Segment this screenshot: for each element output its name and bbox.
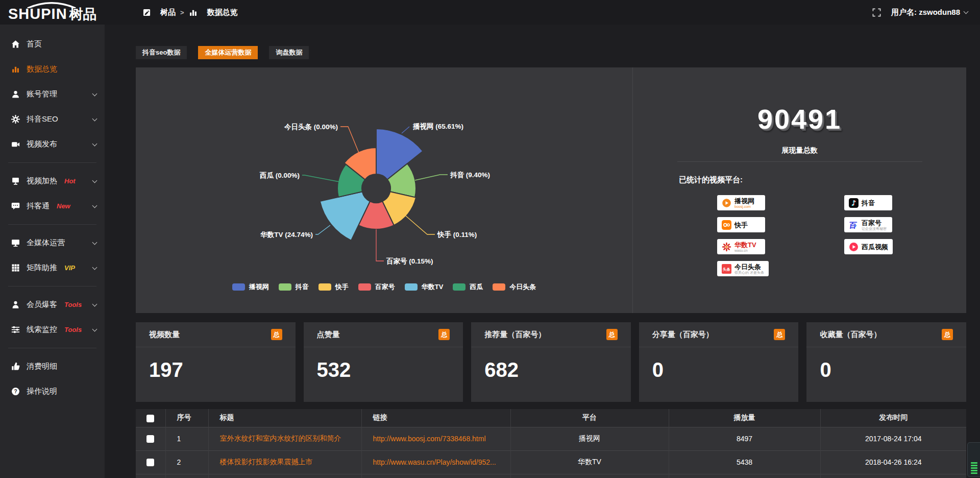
thumb-icon — [11, 362, 20, 371]
select-all-checkbox[interactable] — [146, 415, 154, 422]
cell-platform: 播视网 — [510, 427, 669, 450]
sidebar-item-抖客通[interactable]: 抖客通New — [0, 194, 105, 219]
row-checkbox[interactable] — [146, 459, 154, 466]
fullscreen-icon[interactable] — [872, 8, 881, 17]
legend-swatch — [493, 283, 505, 291]
pie-label: 百家号 (0.15%) — [386, 257, 433, 265]
cell-platform — [510, 474, 669, 478]
chevron-down-icon — [92, 301, 97, 306]
tab-抖音seo数据[interactable]: 抖音seo数据 — [136, 46, 187, 59]
app-logo[interactable]: SHUPIN 树品 — [0, 3, 128, 21]
cell-index: 2 — [165, 450, 208, 474]
sidebar-item-label: 首页 — [27, 39, 42, 49]
total-badge[interactable]: 总 — [774, 329, 785, 340]
total-badge[interactable]: 总 — [606, 329, 618, 340]
chevron-down-icon — [92, 326, 97, 331]
cell-time — [820, 474, 966, 478]
screen-icon — [11, 177, 20, 186]
platform-badge-今日头条: 头条今日头条你关心的 才是头条 — [717, 261, 769, 276]
sidebar-item-账号管理[interactable]: 账号管理 — [0, 82, 105, 107]
legend-item-播视网[interactable]: 播视网 — [232, 282, 269, 292]
sidebar-item-消费明细[interactable]: 消费明细 — [0, 354, 105, 379]
breadcrumb-item[interactable]: 数据总览 — [189, 8, 238, 17]
sidebar-item-全媒体运营[interactable]: 全媒体运营 — [0, 230, 105, 255]
cell-link: http://www.wasu.cn/Play/show/id/952... — [361, 450, 510, 474]
platform-badge-百家号: 百百家号让企业没有秘密 — [844, 217, 892, 232]
sidebar-item-矩阵助推[interactable]: 矩阵助推VIP — [0, 255, 105, 280]
impressions-panel: 90491 展现量总数 已统计的视频平台: 播视网boosj.com快手华数TV… — [633, 67, 966, 313]
cell-time: 2018-04-26 16:24 — [820, 450, 966, 474]
user-menu[interactable]: 用户名: zswodun88 — [891, 8, 968, 17]
grid-icon — [11, 264, 20, 273]
pie-label: 快手 (0.11%) — [437, 230, 477, 238]
platform-badge-text: 华数TVwasu.cn — [734, 242, 756, 252]
total-badge[interactable]: 总 — [438, 329, 450, 340]
total-badge[interactable]: 总 — [271, 329, 282, 340]
column-header-标题: 标题 — [208, 409, 361, 427]
tab-全媒体运营数据[interactable]: 全媒体运营数据 — [198, 46, 258, 59]
wasu-logo-icon — [722, 242, 731, 252]
pie-label: 抖音 (9.40%) — [450, 171, 490, 179]
tab-询盘数据[interactable]: 询盘数据 — [269, 46, 309, 59]
toutiao-logo-icon: 头条 — [722, 264, 731, 274]
total-badge[interactable]: 总 — [942, 329, 953, 340]
legend-item-百家号[interactable]: 百家号 — [358, 282, 395, 292]
sidebar-item-抖音SEO[interactable]: 抖音SEO — [0, 107, 105, 132]
question-icon: ? — [11, 387, 20, 396]
pie-label-line — [302, 175, 339, 182]
platform-badge-华数TV: 华数TVwasu.cn — [717, 239, 765, 254]
row-checkbox[interactable] — [146, 435, 154, 443]
sidebar-item-线索监控[interactable]: 线索监控Tools — [0, 317, 105, 342]
pie-label-line — [376, 229, 384, 261]
stat-card-value: 532 — [304, 347, 463, 381]
header-checkbox-cell — [136, 409, 165, 427]
sidebar-item-数据总览[interactable]: 数据总览 — [0, 57, 105, 82]
chevron-down-icon — [92, 203, 97, 208]
sidebar-item-label: 消费明细 — [27, 362, 57, 371]
platform-sub: 你关心的 才是头条 — [734, 271, 764, 274]
legend-item-快手[interactable]: 快手 — [318, 282, 349, 292]
cell-platform: 华数TV — [510, 450, 669, 474]
sidebar-item-会员爆客[interactable]: 会员爆客Tools — [0, 292, 105, 317]
pie-slice-华数TV[interactable] — [320, 192, 370, 241]
video-icon — [11, 140, 20, 149]
sidebar-item-tag: New — [57, 202, 70, 210]
float-widget[interactable] — [967, 442, 980, 477]
main-content: 抖音seo数据全媒体运营数据询盘数据 播视网 (65.61%)抖音 (9.40%… — [105, 25, 980, 478]
sidebar-item-视频加热[interactable]: 视频加热Hot — [0, 169, 105, 194]
legend-label: 华数TV — [422, 282, 444, 292]
baijiahao-logo-icon: 百 — [849, 220, 859, 230]
sidebar-item-操作说明[interactable]: ?操作说明 — [0, 379, 105, 404]
cell-title: 室外水纹灯和室内水纹灯的区别和简介 — [208, 427, 361, 450]
breadcrumb-separator: > — [180, 9, 184, 16]
legend-item-华数TV[interactable]: 华数TV — [405, 282, 444, 292]
pie-label: 今日头条 (0.00%) — [284, 123, 338, 131]
stat-card-label: 视频数量 — [149, 330, 180, 340]
stat-card-label: 推荐量（百家号） — [484, 330, 546, 340]
dashboard-icon — [142, 8, 151, 17]
chevron-down-icon — [92, 116, 97, 121]
legend-label: 今日头条 — [509, 282, 536, 292]
pie-label-line — [415, 175, 448, 180]
xigua-logo-icon — [849, 242, 859, 252]
gear-icon — [11, 115, 20, 124]
sidebar-item-tag: Hot — [64, 177, 76, 185]
platform-column: 播视网boosj.com快手华数TVwasu.cn头条今日头条你关心的 才是头条 — [717, 195, 769, 276]
video-title-link[interactable]: 楼体投影灯投影效果震撼上市 — [220, 458, 313, 466]
breadcrumb-item[interactable]: 树品 — [142, 8, 176, 17]
platforms-section: 已统计的视频平台: 播视网boosj.com快手华数TVwasu.cn头条今日头… — [633, 175, 966, 276]
stat-card-label: 分享量（百家号） — [652, 330, 714, 340]
sidebar-divider — [8, 286, 96, 286]
legend-item-西瓜[interactable]: 西瓜 — [453, 282, 483, 292]
legend-item-抖音[interactable]: 抖音 — [279, 282, 309, 292]
stat-card-推荐量（百家号）: 推荐量（百家号）总682 — [471, 322, 631, 402]
sidebar-item-视频发布[interactable]: 视频发布 — [0, 132, 105, 157]
video-url-link[interactable]: http://www.wasu.cn/Play/show/id/952... — [373, 458, 496, 466]
platform-badge-播视网: 播视网boosj.com — [717, 195, 765, 210]
video-url-link[interactable]: http://www.boosj.com/7338468.html — [373, 435, 486, 443]
video-title-link[interactable]: 室外水纹灯和室内水纹灯的区别和简介 — [220, 434, 341, 442]
platform-name: 今日头条 — [734, 264, 764, 270]
legend-item-今日头条[interactable]: 今日头条 — [493, 282, 536, 292]
legend-swatch — [453, 283, 465, 291]
sidebar-item-首页[interactable]: 首页 — [0, 32, 105, 57]
